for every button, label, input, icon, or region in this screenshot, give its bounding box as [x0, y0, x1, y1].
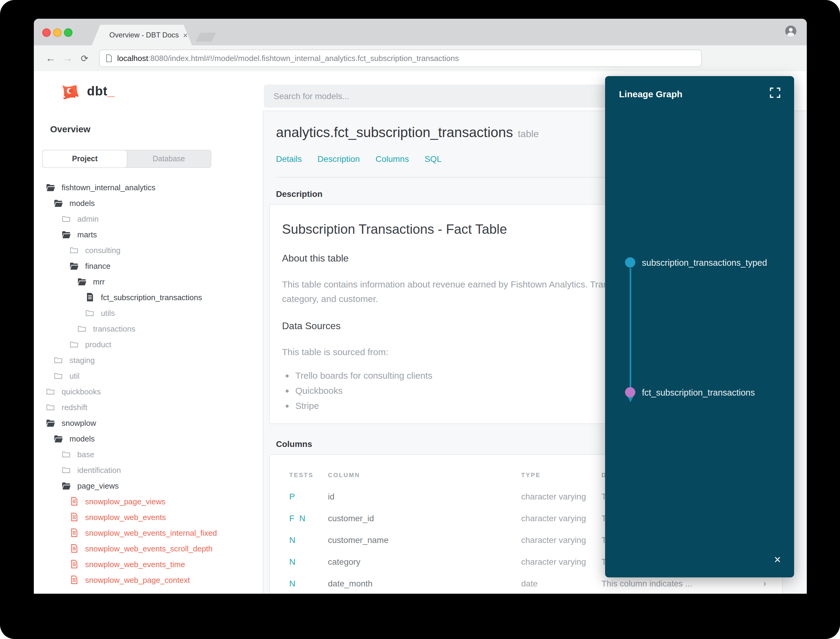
- column-header-column: COLUMN: [328, 471, 521, 478]
- tab-title: Overview - DBT Docs: [109, 31, 179, 39]
- node-label: fct_subscription_transactions: [642, 388, 755, 397]
- tree-item-snowplow_web_events_internal_fixed[interactable]: snowplow_web_events_internal_fixed: [34, 525, 263, 540]
- window-zoom-button[interactable]: [64, 29, 73, 37]
- page-title: analytics.fct_subscription_transactionst…: [276, 124, 539, 141]
- page-icon: [106, 54, 112, 62]
- url-path: :8080/index.html#!/model/model.fishtown_…: [148, 54, 459, 63]
- row-description[interactable]: This column indicates ...›: [602, 578, 782, 589]
- screen-background: Overview - DBT Docs × ← → ⟳ localhost:80…: [0, 0, 840, 639]
- row-column: id: [328, 492, 521, 501]
- folder-open-icon: [77, 278, 86, 285]
- new-tab-button[interactable]: [196, 33, 216, 42]
- tree-item-marts[interactable]: marts: [34, 226, 263, 242]
- tree-item-utils[interactable]: utils: [34, 305, 263, 321]
- lineage-node-subscription_transactions_typed[interactable]: subscription_transactions_typed: [625, 257, 767, 267]
- profile-avatar-icon[interactable]: [784, 25, 797, 40]
- tree-item-quickbooks[interactable]: quickbooks: [34, 383, 263, 399]
- lineage-close-icon[interactable]: ×: [774, 554, 781, 565]
- folder-icon: [77, 324, 86, 332]
- address-bar[interactable]: localhost:8080/index.html#!/model/model.…: [99, 49, 702, 67]
- folder-icon: [70, 340, 78, 348]
- tab-columns[interactable]: Columns: [376, 154, 409, 164]
- reload-icon[interactable]: ⟳: [77, 45, 92, 71]
- window-close-button[interactable]: [42, 29, 51, 37]
- tree-item-product[interactable]: product: [34, 336, 263, 352]
- forward-icon[interactable]: →: [60, 45, 75, 71]
- tab-close-icon[interactable]: ×: [183, 31, 187, 39]
- node-dot: [625, 387, 635, 397]
- browser-toolbar: ← → ⟳ localhost:8080/index.html#!/model/…: [34, 45, 807, 72]
- folder-icon: [62, 215, 71, 223]
- tree-item-snowplow_web_page_context[interactable]: snowplow_web_page_context: [34, 572, 263, 588]
- file-red-icon: [70, 528, 78, 537]
- row-type: character varying: [521, 513, 602, 523]
- tree-item-transactions[interactable]: transactions: [34, 321, 263, 336]
- folder-icon: [46, 403, 55, 411]
- toggle-database[interactable]: Database: [127, 150, 211, 167]
- chevron-right-icon: ›: [763, 578, 766, 589]
- tab-sql[interactable]: SQL: [424, 154, 441, 164]
- dbt-logo-icon: [59, 80, 81, 102]
- tree-item-finance[interactable]: finance: [34, 258, 263, 273]
- lineage-panel: Lineage Graph × subscription_transaction…: [605, 76, 794, 577]
- folder-icon: [54, 356, 63, 364]
- sidebar: Overview Project Database fishtown_inter…: [34, 111, 263, 594]
- tree-item-admin[interactable]: admin: [34, 211, 263, 226]
- window-minimize-button[interactable]: [53, 29, 62, 37]
- row-tests: N: [289, 557, 328, 566]
- tree-item-fct_subscription_transactions[interactable]: fct_subscription_transactions: [34, 289, 263, 305]
- back-icon[interactable]: ←: [43, 45, 58, 71]
- row-column: date_month: [328, 579, 521, 588]
- row-tests: N: [289, 579, 328, 588]
- folder-open-icon: [62, 230, 71, 238]
- folder-open-icon: [54, 434, 63, 442]
- tree-item-models[interactable]: models: [34, 431, 263, 446]
- folder-icon: [70, 246, 78, 254]
- tree-item-fishtown_internal_analytics[interactable]: fishtown_internal_analytics: [34, 180, 263, 195]
- columns-section-label: Columns: [276, 439, 312, 449]
- file-tree: fishtown_internal_analytics models admin…: [34, 180, 263, 588]
- folder-open-icon: [54, 199, 63, 207]
- browser-tab[interactable]: Overview - DBT Docs ×: [92, 25, 192, 45]
- logo-text: dbt: [87, 84, 108, 97]
- row-column: customer_name: [328, 535, 521, 545]
- row-column: category: [328, 557, 521, 566]
- tree-item-snowplow_web_events[interactable]: snowplow_web_events: [34, 509, 263, 525]
- column-header-type: TYPE: [521, 471, 602, 478]
- folder-open-icon: [70, 262, 78, 270]
- folder-icon: [54, 372, 63, 380]
- lineage-title: Lineage Graph: [619, 89, 683, 99]
- tree-item-snowplow_web_events_time[interactable]: snowplow_web_events_time: [34, 556, 263, 572]
- tree-item-redshift[interactable]: redshift: [34, 399, 263, 415]
- tree-item-snowplow_web_events_scroll_depth[interactable]: snowplow_web_events_scroll_depth: [34, 540, 263, 556]
- tree-item-snowplow[interactable]: snowplow: [34, 415, 263, 431]
- folder-open-icon: [46, 419, 55, 427]
- folder-icon: [62, 450, 71, 458]
- tree-item-models[interactable]: models: [34, 195, 263, 211]
- dbt-logo[interactable]: dbt_: [59, 80, 115, 102]
- tab-details[interactable]: Details: [276, 154, 302, 164]
- tree-item-snowplow_page_views[interactable]: snowplow_page_views: [34, 493, 263, 509]
- tab-description[interactable]: Description: [318, 154, 360, 164]
- lineage-node-fct_subscription_transactions[interactable]: fct_subscription_transactions: [625, 387, 755, 397]
- tree-item-page_views[interactable]: page_views: [34, 478, 263, 493]
- toggle-project[interactable]: Project: [43, 150, 127, 167]
- row-tests: P: [289, 492, 328, 501]
- node-label: subscription_transactions_typed: [642, 258, 767, 267]
- url-host: localhost: [117, 54, 148, 63]
- node-dot: [625, 257, 635, 267]
- row-tests: N: [289, 535, 328, 545]
- folder-icon: [62, 466, 71, 474]
- tree-item-identification[interactable]: identification: [34, 462, 263, 478]
- tree-item-base[interactable]: base: [34, 446, 263, 462]
- tree-item-util[interactable]: util: [34, 368, 263, 383]
- model-tabs: DetailsDescriptionColumnsSQL: [276, 154, 441, 164]
- fullscreen-icon[interactable]: [769, 87, 781, 101]
- title-suffix: table: [518, 129, 539, 139]
- column-header-tests: TESTS: [289, 471, 328, 478]
- tree-item-consulting[interactable]: consulting: [34, 242, 263, 258]
- file-red-icon: [70, 544, 78, 553]
- tree-item-staging[interactable]: staging: [34, 352, 263, 368]
- tree-item-mrr[interactable]: mrr: [34, 273, 263, 289]
- file-red-icon: [70, 575, 78, 584]
